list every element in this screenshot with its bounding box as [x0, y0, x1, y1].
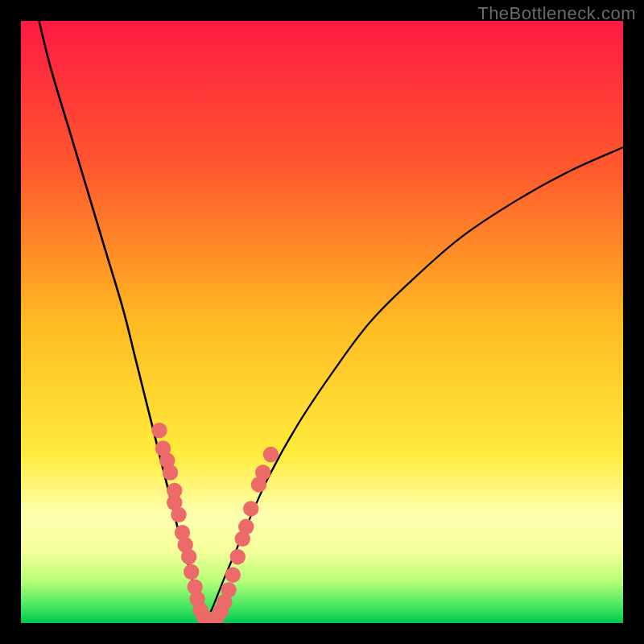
highlight-dot [263, 447, 279, 462]
highlight-dot [151, 423, 167, 438]
highlight-dot [243, 501, 258, 516]
highlight-dot [255, 464, 270, 480]
plot-area [21, 21, 623, 623]
highlight-dot [225, 567, 241, 582]
highlight-dot [221, 582, 236, 597]
highlight-dot [230, 549, 246, 564]
highlight-dot [184, 564, 199, 580]
highlight-dot [181, 549, 196, 564]
curve-right-branch [206, 147, 623, 623]
curve-layer [21, 21, 623, 623]
highlight-dots [151, 423, 279, 623]
highlight-dot [163, 464, 178, 480]
highlight-dot [238, 519, 254, 535]
highlight-dot [171, 507, 186, 522]
chart-frame: TheBottleneck.com [0, 0, 644, 644]
